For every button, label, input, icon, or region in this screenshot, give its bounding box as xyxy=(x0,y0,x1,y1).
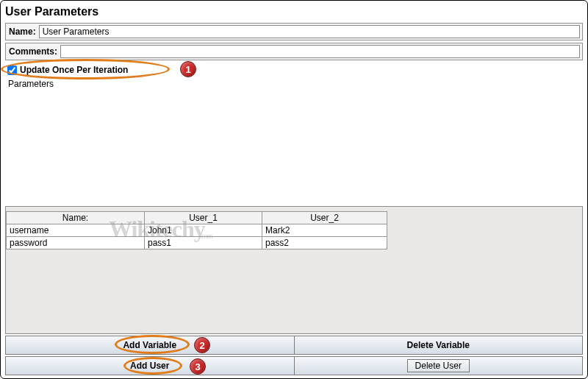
comments-input[interactable] xyxy=(60,45,580,58)
add-variable-label: Add Variable xyxy=(123,340,176,350)
cell-name[interactable]: username xyxy=(7,224,145,236)
delete-variable-label: Delete Variable xyxy=(407,340,470,350)
delete-variable-button[interactable]: Delete Variable xyxy=(295,336,583,354)
comments-row: Comments: xyxy=(5,43,583,60)
cell-value[interactable]: pass2 xyxy=(262,236,387,249)
annotation-badge-2: 2 xyxy=(194,337,210,353)
cell-value[interactable]: John1 xyxy=(145,224,262,236)
delete-user-cell: Delete User xyxy=(295,357,583,375)
table-header-user1[interactable]: User_1 xyxy=(145,211,262,224)
table-header-user2[interactable]: User_2 xyxy=(262,211,387,224)
cell-value[interactable]: pass1 xyxy=(145,236,262,249)
update-once-checkbox[interactable] xyxy=(7,65,17,75)
table-row[interactable]: username John1 Mark2 xyxy=(7,224,387,236)
name-row: Name: xyxy=(5,23,583,40)
annotation-badge-1: 1 xyxy=(180,61,196,77)
add-user-label: Add User xyxy=(130,361,169,371)
annotation-badge-3: 3 xyxy=(190,358,206,375)
add-user-button[interactable]: Add User 3 xyxy=(6,357,295,375)
table-header-name[interactable]: Name: xyxy=(7,211,145,224)
page-title: User Parameters xyxy=(5,4,583,23)
name-label: Name: xyxy=(6,24,39,39)
add-variable-button[interactable]: Add Variable 2 xyxy=(6,336,295,354)
delete-user-label: Delete User xyxy=(415,361,462,371)
variable-button-bar: Add Variable 2 Delete Variable xyxy=(5,336,583,355)
name-input[interactable] xyxy=(39,25,580,38)
parameters-table[interactable]: Name: User_1 User_2 username John1 Mark2… xyxy=(6,211,387,249)
update-once-label: Update Once Per Iteration xyxy=(20,65,128,75)
cell-value[interactable]: Mark2 xyxy=(262,224,387,236)
window-frame: User Parameters Name: Comments: Update O… xyxy=(0,0,588,379)
update-once-row: Update Once Per Iteration 1 xyxy=(5,63,129,79)
table-row[interactable]: password pass1 pass2 xyxy=(7,236,387,249)
parameters-panel: Wikitechy.com Name: User_1 User_2 userna… xyxy=(5,206,583,335)
parameters-group-label: Parameters xyxy=(7,79,55,206)
comments-label: Comments: xyxy=(6,44,60,59)
cell-name[interactable]: password xyxy=(7,236,145,249)
user-button-bar: Add User 3 Delete User xyxy=(5,356,583,375)
delete-user-button[interactable]: Delete User xyxy=(407,359,470,372)
